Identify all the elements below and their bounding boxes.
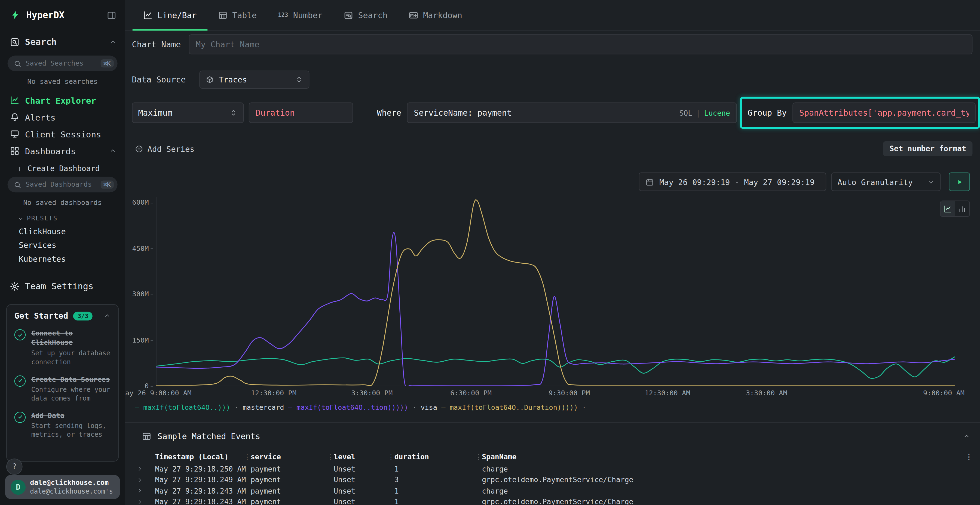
legend-item-default: — maxIf(toFloat64O..))) · (135, 403, 243, 412)
events-header: Sample Matched Events (125, 423, 980, 445)
x-tick-label: 12:30:00 AM (644, 389, 690, 397)
tab-line-bar[interactable]: Line/Bar (132, 0, 207, 30)
legend-item-visa: visa — maxIf(toFloat64O..Duration))))) · (421, 403, 586, 412)
run-query-button[interactable] (949, 173, 970, 191)
sidebar-item-alerts[interactable]: Alerts (0, 108, 125, 125)
table-row[interactable]: May 27 9:29:18.243 AMpaymentUnset1charge (135, 485, 973, 496)
chevron-up-icon (110, 148, 116, 154)
table-row[interactable]: May 27 9:29:18.249 AMpaymentUnset3grpc.o… (135, 475, 973, 485)
data-source-select[interactable]: Traces (200, 70, 310, 89)
chart-name-row: Chart Name (132, 34, 972, 54)
sql-toggle[interactable]: SQL (679, 108, 692, 117)
field-input[interactable]: Duration (249, 103, 353, 123)
shortcut-badge: ⌘K (100, 181, 114, 189)
table-options-icon[interactable]: ⋮ (959, 452, 973, 461)
divider: | (696, 108, 700, 117)
table-row[interactable]: May 27 9:29:18.243 AMpaymentUnset1grpc.o… (135, 496, 973, 505)
group-by-value: SpanAttributes['app.payment.card_type'] (799, 108, 969, 117)
tab-search[interactable]: Search (333, 0, 398, 30)
calendar-icon (646, 178, 654, 186)
user-menu[interactable]: D dale@clickhouse.com dale@clickhouse.co… (5, 475, 120, 499)
where-value: ServiceName: payment (414, 108, 679, 117)
where-input[interactable]: ServiceName: payment SQL | Lucene (407, 103, 737, 123)
group-by-input[interactable]: SpanAttributes['app.payment.card_type'] (792, 103, 976, 123)
presets-list: ClickHouseServicesKubernetes (0, 224, 125, 265)
column-resize-handle[interactable]: ⋮ (327, 453, 334, 461)
legend-separator: · (230, 403, 243, 412)
get-started-item-connect-to-clickhouse[interactable]: Connect to ClickHouseSet up your databas… (14, 329, 111, 367)
hyperdx-app: HyperDX Search Saved Searches ⌘K No save… (0, 0, 980, 505)
sidebar-item-label: Alerts (25, 112, 56, 122)
granularity-select[interactable]: Auto Granularity (831, 173, 941, 191)
column-header-timestamp-local[interactable]: Timestamp (Local) (151, 452, 247, 461)
x-tick-label: 9:30:00 PM (549, 389, 590, 397)
column-header-service[interactable]: ⋮service (247, 452, 330, 461)
table-row[interactable]: May 27 9:29:18.250 AMpaymentUnset1charge (135, 464, 973, 475)
set-number-format-button[interactable]: Set number format (883, 141, 973, 156)
gear-icon (10, 281, 19, 291)
get-started-item-title: Add Data (31, 411, 111, 420)
legend-series-name: maxIf(toFloat64O..))) (143, 403, 230, 412)
team-settings-label: Team Settings (25, 281, 94, 291)
lucene-toggle[interactable]: Lucene (704, 108, 730, 117)
column-header-level[interactable]: ⋮level (330, 452, 391, 461)
column-resize-handle[interactable]: ⋮ (387, 453, 394, 461)
collapse-sidebar-icon[interactable] (107, 10, 116, 20)
saved-dashboards-input[interactable]: Saved Dashboards ⌘K (8, 177, 118, 192)
expand-row-icon[interactable] (135, 488, 151, 494)
where-label: Where (377, 108, 401, 117)
table-cell: Unset (330, 476, 391, 484)
table-cell: 3 (391, 476, 478, 484)
legend-series-name: maxIf(toFloat64O..tion))))) (296, 403, 408, 412)
y-tick-label: 600M (132, 199, 149, 206)
preset-clickhouse[interactable]: ClickHouse (0, 224, 125, 238)
field-value: Duration (256, 108, 295, 117)
table-cell: May 27 9:29:18.249 AM (151, 476, 247, 484)
table-cell: payment (247, 476, 330, 484)
legend-group-label: visa (421, 403, 441, 412)
table-cell: Unset (330, 465, 391, 473)
sidebar-item-client-sessions[interactable]: Client Sessions (0, 125, 125, 142)
search-section-header[interactable]: Search (0, 31, 125, 53)
table-cell: payment (247, 486, 330, 495)
help-button[interactable]: ? (6, 459, 22, 475)
sidebar-item-label: Dashboards (25, 146, 76, 156)
series-line-visa (156, 200, 955, 386)
tab-markdown[interactable]: Markdown (398, 0, 473, 30)
column-resize-handle[interactable]: ⋮ (243, 453, 250, 461)
expand-row-icon[interactable] (135, 499, 151, 505)
get-started-title: Get Started (14, 311, 68, 320)
table-cell: 1 (391, 497, 478, 505)
chart-name-input[interactable] (189, 34, 972, 54)
aggregation-select[interactable]: Maximum (132, 103, 243, 123)
tab-table[interactable]: Table (207, 0, 267, 30)
get-started-item-add-data[interactable]: Add DataStart sending logs, metrics, or … (14, 411, 111, 439)
date-range-picker[interactable]: May 26 09:29:19 - May 27 09:29:19 (639, 173, 826, 191)
preset-kubernetes[interactable]: Kubernetes (0, 252, 125, 265)
presets-toggle[interactable]: PRESETS (0, 207, 125, 224)
sidebar-item-team-settings[interactable]: Team Settings (0, 277, 125, 295)
get-started-header[interactable]: Get Started 3/3 (14, 311, 111, 320)
add-series-button[interactable]: Add Series (135, 144, 195, 153)
chart-controls-row: May 26 09:29:19 - May 27 09:29:19 Auto G… (639, 173, 970, 191)
table-cell: May 27 9:29:18.243 AM (151, 497, 247, 505)
check-circle-icon (14, 329, 25, 340)
events-table: Timestamp (Local)⋮service⋮level⋮duration… (135, 450, 973, 505)
sidebar-item-chart-explorer[interactable]: Chart Explorer (0, 92, 125, 109)
check-circle-icon (14, 411, 25, 422)
column-resize-handle[interactable]: ⋮ (475, 453, 482, 461)
get-started-item-create-data-sources[interactable]: Create Data SourcesConfigure where your … (14, 375, 111, 403)
tab-number[interactable]: 123Number (267, 0, 333, 30)
column-header-spanname[interactable]: ⋮SpanName (478, 452, 959, 461)
saved-searches-input[interactable]: Saved Searches ⌘K (8, 56, 118, 71)
preset-services[interactable]: Services (0, 238, 125, 252)
collapse-events-icon[interactable] (963, 433, 970, 440)
y-tick-label: 0 (145, 382, 149, 390)
expand-row-icon[interactable] (135, 477, 151, 483)
create-dashboard-button[interactable]: Create Dashboard (0, 159, 125, 174)
check-circle-icon (14, 375, 25, 386)
y-tick-label: 300M (132, 290, 149, 298)
column-header-duration[interactable]: ⋮duration (391, 452, 478, 461)
sidebar-item-dashboards[interactable]: Dashboards (0, 142, 125, 159)
expand-row-icon[interactable] (135, 466, 151, 472)
